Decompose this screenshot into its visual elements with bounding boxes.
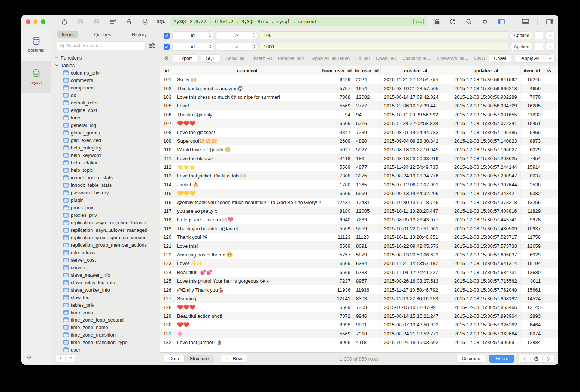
cell-is[interactable] — [543, 207, 558, 215]
cell-touserid[interactable]: 1365 — [353, 180, 381, 189]
cell-updatedat[interactable]: 2015-12-08 15:30:57.307644 — [451, 180, 521, 189]
cell-touserid[interactable]: 11123 — [353, 233, 381, 241]
search-icon[interactable] — [465, 18, 473, 26]
cell-itemid[interactable]: 11832 — [521, 110, 543, 119]
sidebar-table-procs-priv[interactable]: procs_priv — [55, 204, 160, 211]
cell-comment[interactable]: @emily thank you soooo much beautiful!!!… — [174, 198, 321, 206]
cell-touserid[interactable]: 4877 — [353, 163, 381, 171]
cell-id[interactable]: 116 — [160, 198, 174, 206]
cell-createdat[interactable]: 2015-08-13 20:59:06.623 — [381, 250, 451, 259]
cell-updatedat[interactable]: 2015-12-08 15:30:57.99569 — [451, 338, 521, 347]
cell-itemid[interactable]: 11756 — [521, 233, 543, 241]
cell-comment[interactable]: Beautiful action shot! — [174, 312, 321, 320]
cell-is[interactable] — [543, 137, 558, 145]
connection-postgres[interactable]: postgres — [21, 28, 51, 61]
sidebar-table-global-grants[interactable]: global_grants — [55, 129, 160, 136]
table-row[interactable]: 132Love that jumper! 👌🏾899541182015-10-2… — [160, 338, 558, 347]
disconnect-icon[interactable] — [76, 18, 85, 26]
cell-itemid[interactable]: 2893 — [521, 312, 543, 320]
cell-updatedat[interactable]: 2015-12-08 15:30:56.902289 — [451, 93, 521, 101]
cell-fromuserid[interactable]: 5569 — [321, 119, 353, 128]
connection-mysql[interactable]: mysql — [21, 61, 51, 93]
cell-fromuserid[interactable]: 5559 — [321, 224, 353, 233]
cell-fromuserid[interactable]: 5569 — [321, 241, 353, 250]
cell-is[interactable] — [543, 101, 558, 110]
toggle-right-panel-icon[interactable] — [546, 18, 554, 26]
close-window-button[interactable] — [26, 19, 30, 24]
cell-id[interactable]: 122 — [160, 250, 174, 259]
cell-touserid[interactable]: 7910 — [353, 329, 381, 338]
cell-updatedat[interactable]: 2015-12-08 15:30:57.34342 — [451, 189, 521, 198]
cell-comment[interactable]: This background is amazing😍 — [174, 84, 321, 92]
column-header-updatedat[interactable]: updated_at — [451, 66, 521, 75]
database-icon[interactable] — [141, 18, 149, 26]
cell-is[interactable] — [543, 84, 558, 92]
table-row[interactable]: 107❤️❤️❤️556952162015-11-24 22:02:58.828… — [160, 119, 558, 128]
cell-is[interactable] — [543, 180, 558, 189]
cell-is[interactable] — [543, 277, 558, 285]
cell-id[interactable]: 113 — [160, 171, 174, 180]
cell-is[interactable] — [543, 268, 558, 277]
chevron-down-icon[interactable] — [546, 57, 554, 60]
table-row[interactable]: 112🌟🌟🌟556948772015-11-30 12:54:49.735201… — [160, 163, 558, 171]
table-row[interactable]: 110Would love to! @mith 😬502750272015-08… — [160, 145, 558, 154]
unset-button[interactable]: Unset — [489, 54, 511, 63]
cell-itemid[interactable]: 8873 — [521, 137, 543, 145]
filter-applied-button[interactable]: Applied — [511, 31, 532, 39]
previous-page-button[interactable] — [519, 355, 530, 362]
toggle-left-panel-icon[interactable] — [497, 18, 505, 26]
table-row[interactable]: 126@Emily Thank you💃🏾11936119362015-11-2… — [160, 285, 558, 294]
cell-updatedat[interactable]: 2015-12-08 15:30:56.984729 — [451, 101, 521, 110]
cell-comment[interactable]: Love this dress so much 😍 so nice for su… — [174, 93, 321, 101]
cell-createdat[interactable]: 2015-10-11 20:39:56.992 — [381, 110, 451, 119]
cell-updatedat[interactable]: 2015-12-08 15:30:57.523717 — [451, 233, 521, 241]
cell-itemid[interactable]: 15245 — [521, 75, 543, 84]
page-settings-gear-icon[interactable]: ⚙ — [531, 355, 542, 362]
cell-updatedat[interactable]: 2015-12-08 15:30:57.808192 — [451, 294, 521, 303]
cell-updatedat[interactable]: 2015-12-08 15:30:57.855466 — [451, 303, 521, 312]
cell-createdat[interactable]: 2015-12-06 10:37:39.44 — [381, 101, 451, 110]
filter-value-input[interactable]: 100 — [260, 31, 508, 39]
cell-itemid[interactable]: 2538 — [521, 180, 543, 189]
cell-touserid[interactable]: 7239 — [353, 128, 381, 136]
sidebar-table-gtid-executed[interactable]: gtid_executed — [55, 136, 160, 144]
cell-comment[interactable]: Stunning! — [174, 294, 321, 303]
cell-fromuserid[interactable]: 2609 — [321, 137, 353, 145]
cell-id[interactable]: 132 — [160, 338, 174, 347]
cell-touserid[interactable]: 2777 — [353, 101, 381, 110]
cell-itemid[interactable]: 13680 — [521, 268, 543, 277]
cell-fromuserid[interactable]: 5569 — [321, 259, 353, 268]
cell-touserid[interactable]: 94 — [353, 110, 381, 119]
table-row[interactable]: 120Thank you! 😘11123111232015-10-11 13:2… — [160, 233, 558, 241]
cell-comment[interactable]: Thank u @emily — [174, 110, 321, 119]
cell-comment[interactable]: Love that jacket! Outfit is fab 🙌🏻 — [174, 171, 321, 180]
table-row[interactable]: 116@emily thank you soooo much beautiful… — [160, 198, 558, 206]
sidebar-table-help-category[interactable]: help_category — [55, 144, 160, 151]
cell-fromuserid[interactable]: 12431 — [321, 198, 353, 206]
table-row[interactable]: 119Thank you beautiful @laurel5559555920… — [160, 224, 558, 233]
cell-is[interactable] — [543, 198, 558, 206]
cell-comment[interactable]: Love! ✨✨ — [174, 259, 321, 268]
cell-is[interactable] — [543, 259, 558, 268]
column-header-touserid[interactable]: to_user_id — [353, 66, 381, 75]
cell-updatedat[interactable]: 2015-12-08 15:30:57.893964 — [451, 312, 521, 320]
sidebar-table-replication-grou-iguration-version[interactable]: replication_grou...iguration_version — [55, 234, 160, 241]
cell-touserid[interactable]: 5559 — [353, 224, 381, 233]
sidebar-table-engine-cost[interactable]: engine_cost — [55, 106, 160, 114]
tree-section-functions[interactable]: Functions — [55, 54, 160, 61]
sidebar-table-comments[interactable]: comments — [55, 76, 160, 84]
cell-touserid[interactable]: 2024 — [353, 75, 381, 84]
connection-icon[interactable] — [60, 18, 69, 26]
cell-id[interactable]: 131 — [160, 329, 174, 338]
cell-comment[interactable]: 🌸 — [174, 329, 321, 338]
cell-fromuserid[interactable]: 4118 — [321, 154, 353, 163]
cell-is[interactable] — [543, 171, 558, 180]
tab-items[interactable]: Items — [57, 31, 78, 38]
cell-updatedat[interactable]: 2015-12-08 15:30:56.866218 — [451, 84, 521, 92]
chevron-down-icon[interactable] — [55, 64, 59, 67]
table-row[interactable]: 105Love!556927772015-12-06 10:37:39.4420… — [160, 101, 558, 110]
cell-createdat[interactable]: 2015-08-14 15:15:21.247 — [381, 312, 451, 320]
cell-comment[interactable]: ❤️❤️❤️ — [174, 303, 321, 312]
cell-id[interactable]: 114 — [160, 180, 174, 189]
filters-button[interactable]: Filters — [489, 355, 514, 363]
